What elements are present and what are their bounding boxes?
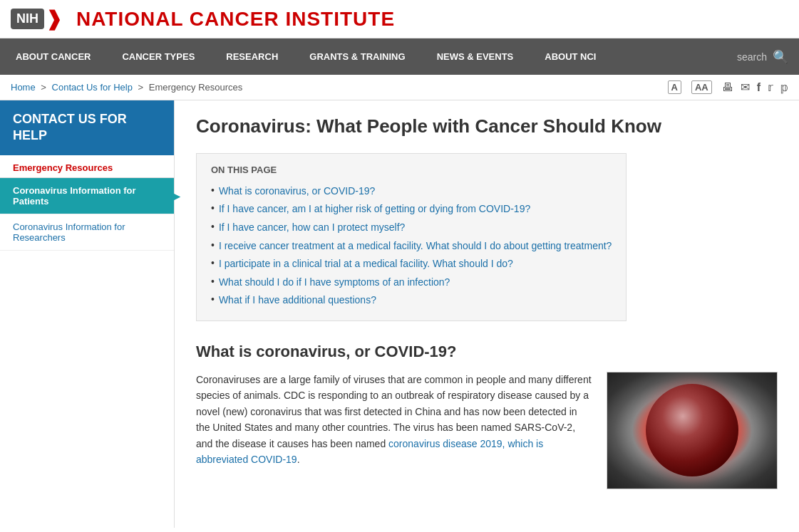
toc-link-5[interactable]: I participate in a clinical trial at a m…: [219, 257, 513, 271]
sidebar-section-title: Emergency Resources: [0, 155, 174, 178]
twitter-icon[interactable]: 𝕣: [768, 80, 773, 94]
font-size-small-icon[interactable]: A: [668, 80, 681, 94]
nih-logo[interactable]: NIH ❱: [11, 7, 68, 31]
toc-item-3: • If I have cancer, how can I protect my…: [211, 219, 612, 237]
sidebar-item-patients[interactable]: Coronavirus Information for Patients: [0, 178, 174, 214]
page-title: Coronavirus: What People with Cancer Sho…: [196, 115, 778, 139]
toc-link-7[interactable]: What if I have additional questions?: [219, 293, 376, 308]
toc-item-6: • What should I do if I have symptoms of…: [211, 273, 612, 292]
text-column: Coronaviruses are a large family of viru…: [196, 372, 592, 474]
main-layout: CONTACT US FOR HELP Emergency Resources …: [0, 100, 799, 528]
toc-link-4[interactable]: I receive cancer treatment at a medical …: [219, 239, 612, 254]
toc-item-4: • I receive cancer treatment at a medica…: [211, 237, 612, 256]
search-icon[interactable]: 🔍: [773, 49, 788, 65]
breadcrumb-current: Emergency Resources: [149, 82, 243, 93]
social-icons-bar: A AA 🖶 ✉ f 𝕣 𝕡: [668, 80, 789, 94]
sidebar: CONTACT US FOR HELP Emergency Resources …: [0, 100, 175, 528]
on-this-page-box: ON THIS PAGE • What is coronavirus, or C…: [196, 153, 627, 321]
main-nav: ABOUT CANCER CANCER TYPES RESEARCH GRANT…: [0, 38, 799, 75]
search-label: search: [737, 51, 767, 63]
toc-item-1: • What is coronavirus, or COVID-19?: [211, 182, 612, 201]
nci-title: NATIONAL CANCER INSTITUTE: [76, 8, 395, 31]
sidebar-item-patients-label: Coronavirus Information for Patients: [13, 185, 136, 207]
virus-visualization: [607, 372, 777, 489]
sidebar-heading: CONTACT US FOR HELP: [0, 100, 174, 155]
facebook-icon[interactable]: f: [757, 81, 761, 94]
nav-grants-training[interactable]: GRANTS & TRAINING: [294, 38, 421, 75]
nih-chevron-icon: ❱: [46, 7, 62, 31]
nav-search-area: search 🔍: [726, 38, 799, 75]
toc-link-6[interactable]: What should I do if I have symptoms of a…: [219, 276, 450, 290]
nav-news-events[interactable]: NEWS & EVENTS: [421, 38, 530, 75]
nav-cancer-types[interactable]: CANCER TYPES: [106, 38, 210, 75]
email-icon[interactable]: ✉: [741, 80, 750, 94]
pinterest-icon[interactable]: 𝕡: [780, 80, 788, 94]
virus-circle: [646, 384, 738, 476]
toc-link-1[interactable]: What is coronavirus, or COVID-19?: [219, 184, 375, 199]
sidebar-item-researchers[interactable]: Coronavirus Information for Researchers: [0, 214, 174, 251]
main-content: Coronavirus: What People with Cancer Sho…: [175, 100, 799, 528]
sidebar-item-researchers-link[interactable]: Coronavirus Information for Researchers: [13, 221, 125, 243]
font-size-large-icon[interactable]: AA: [691, 80, 712, 94]
on-this-page-title: ON THIS PAGE: [211, 165, 612, 175]
section1-title: What is coronavirus, or COVID-19?: [196, 343, 778, 361]
nih-box: NIH: [11, 9, 44, 29]
breadcrumb-contact[interactable]: Contact Us for Help: [52, 82, 133, 93]
site-header: NIH ❱ NATIONAL CANCER INSTITUTE: [0, 0, 799, 38]
breadcrumb-home[interactable]: Home: [11, 82, 36, 93]
nav-about-nci[interactable]: ABOUT NCI: [529, 38, 612, 75]
toc-item-7: • What if I have additional questions?: [211, 291, 612, 310]
nav-about-cancer[interactable]: ABOUT CANCER: [0, 38, 106, 75]
section1-paragraph: Coronaviruses are a large family of viru…: [196, 372, 592, 467]
section1-text-end: .: [297, 454, 300, 465]
breadcrumb-bar: Home > Contact Us for Help > Emergency R…: [0, 75, 799, 100]
toc-link-2[interactable]: If I have cancer, am I at higher risk of…: [219, 202, 530, 217]
content-row: Coronaviruses are a large family of viru…: [196, 372, 778, 489]
toc-item-5: • I participate in a clinical trial at a…: [211, 255, 612, 273]
nav-research[interactable]: RESEARCH: [210, 38, 294, 75]
toc-item-2: • If I have cancer, am I at higher risk …: [211, 200, 612, 219]
print-icon[interactable]: 🖶: [722, 81, 733, 94]
coronavirus-image: [607, 372, 778, 489]
breadcrumb: Home > Contact Us for Help > Emergency R…: [11, 82, 242, 93]
toc-list: • What is coronavirus, or COVID-19? • If…: [211, 182, 612, 310]
toc-link-3[interactable]: If I have cancer, how can I protect myse…: [219, 221, 405, 235]
